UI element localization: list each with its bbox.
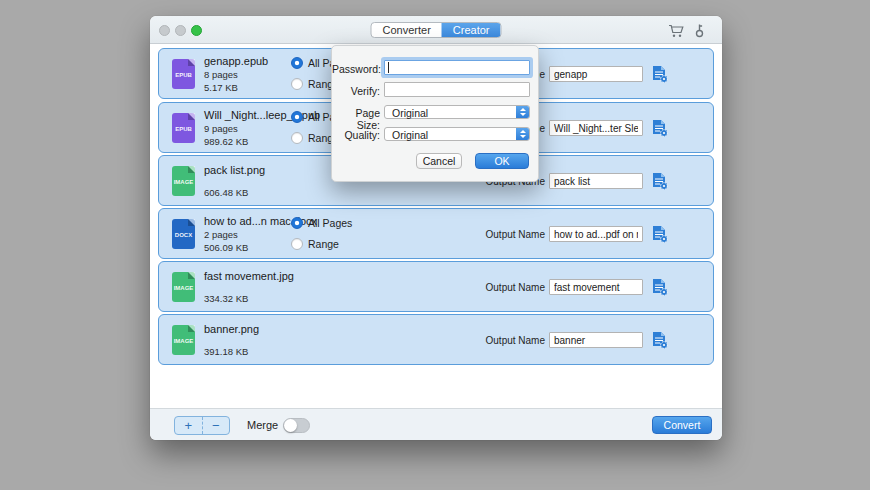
- radio-selected-icon: [291, 57, 303, 69]
- ok-button[interactable]: OK: [475, 153, 529, 169]
- add-remove-segmented-control: + −: [174, 416, 230, 435]
- file-name: banner.png: [204, 323, 259, 335]
- output-name-label: Output Name: [486, 335, 545, 346]
- output-name-input[interactable]: [549, 226, 643, 242]
- quality-select[interactable]: Original: [384, 127, 530, 141]
- footer-bar: + − Merge Convert: [150, 408, 722, 440]
- stepper-arrows-icon: [516, 128, 529, 140]
- close-window-button[interactable]: [159, 25, 170, 36]
- radio-unselected-icon: [291, 78, 303, 90]
- merge-label: Merge: [247, 419, 278, 431]
- merge-toggle[interactable]: [283, 418, 310, 433]
- zoom-window-button[interactable]: [191, 25, 202, 36]
- radio-range[interactable]: Range: [291, 238, 339, 250]
- file-pages: 8 pages: [204, 69, 238, 80]
- output-name-label: Output Name: [486, 282, 545, 293]
- tab-converter[interactable]: Converter: [372, 23, 442, 37]
- file-row-how-to[interactable]: DOCX how to ad...n mac.docx 2 pages 506.…: [158, 208, 714, 259]
- output-name-input[interactable]: [549, 66, 643, 82]
- file-settings-icon[interactable]: [651, 119, 669, 138]
- file-settings-icon[interactable]: [651, 172, 669, 191]
- file-row-banner[interactable]: IMAGE banner.png 391.18 KB Output Name: [158, 314, 714, 365]
- app-window: Converter Creator: [150, 16, 722, 440]
- verify-label: Verify:: [332, 85, 380, 97]
- mode-segmented-control: Converter Creator: [371, 22, 502, 38]
- title-bar: Converter Creator: [150, 16, 722, 44]
- stepper-arrows-icon: [516, 106, 529, 118]
- key-icon[interactable]: [695, 23, 704, 38]
- page-range-radios: All Pages Range: [291, 209, 381, 258]
- file-settings-icon[interactable]: [651, 65, 669, 84]
- output-name-label: Output Name: [486, 229, 545, 240]
- file-size: 5.17 KB: [204, 82, 238, 93]
- file-name: fast movement.jpg: [204, 270, 294, 282]
- radio-unselected-icon: [291, 132, 303, 144]
- output-name-input[interactable]: [549, 332, 643, 348]
- radio-unselected-icon: [291, 238, 303, 250]
- creation-settings-dialog: Password: Verify: Page Size: Original Qu…: [331, 45, 539, 182]
- radio-all-pages[interactable]: All Pages: [291, 217, 352, 229]
- add-file-button[interactable]: +: [175, 417, 203, 434]
- file-size: 506.09 KB: [204, 242, 248, 253]
- image-file-icon: IMAGE: [172, 325, 195, 355]
- page-size-select[interactable]: Original: [384, 105, 530, 119]
- convert-button[interactable]: Convert: [652, 416, 712, 434]
- image-file-icon: IMAGE: [172, 272, 195, 302]
- desktop-backdrop: { "titlebar": { "tabs": { "converter": "…: [0, 0, 870, 490]
- toggle-knob-icon: [284, 419, 297, 432]
- text-caret: [388, 62, 389, 73]
- verify-input[interactable]: [384, 82, 530, 97]
- output-name-input[interactable]: [549, 120, 643, 136]
- password-label: Password:: [332, 63, 380, 75]
- remove-file-button[interactable]: −: [203, 417, 230, 434]
- file-size: 391.18 KB: [204, 346, 248, 357]
- file-size: 334.32 KB: [204, 293, 248, 304]
- quality-label: Quality:: [332, 129, 380, 141]
- file-name: genapp.epub: [204, 55, 268, 67]
- file-pages: 9 pages: [204, 123, 238, 134]
- file-size: 606.48 KB: [204, 187, 248, 198]
- file-size: 989.62 KB: [204, 136, 248, 147]
- cancel-button[interactable]: Cancel: [416, 153, 462, 169]
- image-file-icon: IMAGE: [172, 166, 195, 196]
- epub-file-icon: EPUB: [172, 59, 195, 89]
- file-row-fast-movement[interactable]: IMAGE fast movement.jpg 334.32 KB Output…: [158, 261, 714, 312]
- docx-file-icon: DOCX: [172, 219, 195, 249]
- output-name-input[interactable]: [549, 279, 643, 295]
- file-name: pack list.png: [204, 164, 265, 176]
- password-input[interactable]: [384, 60, 530, 75]
- minimize-window-button[interactable]: [175, 25, 186, 36]
- toolbar-icons: [668, 23, 704, 38]
- tab-creator[interactable]: Creator: [442, 23, 501, 37]
- radio-selected-icon: [291, 111, 303, 123]
- file-pages: 2 pages: [204, 229, 238, 240]
- shopping-cart-icon[interactable]: [668, 24, 685, 38]
- radio-selected-icon: [291, 217, 303, 229]
- output-name-input[interactable]: [549, 173, 643, 189]
- file-settings-icon[interactable]: [651, 278, 669, 297]
- epub-file-icon: EPUB: [172, 113, 195, 143]
- file-settings-icon[interactable]: [651, 225, 669, 244]
- file-settings-icon[interactable]: [651, 331, 669, 350]
- page-size-label: Page Size:: [332, 107, 380, 131]
